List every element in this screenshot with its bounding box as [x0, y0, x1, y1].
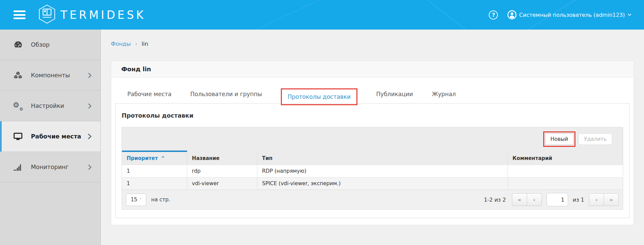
sidebar-item-label: Обзор [31, 41, 92, 48]
chevron-right-icon [88, 164, 92, 170]
cell-comment [508, 165, 623, 177]
protocols-table-block: Новый Удалить Приоритет^ [122, 127, 623, 210]
tab-workplaces[interactable]: Рабочие места [127, 91, 171, 97]
signal-icon [13, 163, 23, 171]
prev-page-button[interactable]: ‹ [527, 193, 542, 206]
cell-name: vdi-viewer [187, 177, 257, 190]
sidebar-item-workplaces[interactable]: Рабочие места [0, 121, 100, 152]
next-page-button[interactable]: › [589, 193, 604, 206]
user-label: Системный пользователь (admin123) [519, 12, 625, 18]
chevron-right-icon [87, 133, 92, 140]
breadcrumb: Фонды › lin [111, 41, 634, 47]
topbar-pattern-line [366, 0, 499, 30]
sidebar-item-settings[interactable]: ⚙⚙ Настройки [0, 91, 100, 121]
sidebar-item-monitoring[interactable]: Мониторинг [0, 152, 100, 182]
brand-wordmark: TERMIDESK [60, 8, 146, 22]
topbar: TERMIDESK ? Системный пользователь (admi… [0, 0, 644, 30]
column-header-priority[interactable]: Приоритет^ [122, 151, 187, 165]
sidebar-item-label: Мониторинг [31, 164, 88, 170]
annotation-box-new-button: Новый [543, 131, 576, 147]
cell-type: SPICE (vdi-viewer, эксперим.) [257, 177, 508, 190]
sidebar-item-label: Рабочие места [31, 133, 87, 140]
cell-priority: 1 [122, 177, 187, 190]
table-footer: 15 ˅ на стр. 1-2 из 2 « ‹ [122, 190, 623, 209]
cubes-icon [13, 71, 23, 79]
chevron-down-icon [628, 13, 632, 16]
gears-icon: ⚙⚙ [13, 101, 23, 110]
card-title: Фонд lin [111, 61, 634, 78]
help-icon[interactable]: ? [489, 10, 498, 19]
sidebar: Обзор Компоненты [0, 30, 101, 245]
user-avatar-icon [507, 10, 517, 19]
column-header-comment[interactable]: Комментарий [508, 151, 623, 165]
delete-button[interactable]: Удалить [578, 133, 612, 145]
tab-bar: Рабочие места Пользователи и группы Прот… [115, 85, 630, 103]
range-label: 1-2 из 2 [484, 197, 506, 203]
per-page-label: на стр. [151, 197, 170, 203]
sidebar-item-overview[interactable]: Обзор [0, 30, 100, 60]
cell-type: RDP (напрямую) [257, 165, 508, 177]
sidebar-item-label: Компоненты [31, 72, 88, 79]
sidebar-item-label: Настройки [31, 103, 88, 109]
dashboard-icon [13, 41, 23, 49]
monitor-icon [13, 132, 23, 140]
sort-asc-icon: ^ [161, 156, 165, 161]
breadcrumb-separator-icon: › [135, 41, 137, 47]
tab-publications[interactable]: Публикации [376, 91, 413, 97]
sidebar-item-components[interactable]: Компоненты [0, 60, 100, 91]
termidesk-logo-icon [38, 4, 56, 25]
tab-panel: Протоколы доставки Новый Удалить [115, 103, 630, 218]
column-header-name[interactable]: Название [187, 151, 257, 165]
breadcrumb-current: lin [142, 41, 148, 47]
page-number-input[interactable] [547, 193, 568, 206]
pagination: 1-2 из 2 « ‹ из 1 › » [484, 193, 619, 206]
protocols-table: Приоритет^ Название Тип Комментарий 1 [122, 151, 623, 190]
annotation-box-tab: Протоколы доставки [281, 88, 357, 105]
table-toolbar: Новый Удалить [122, 127, 623, 151]
table-row[interactable]: 1 rdp RDP (напрямую) [122, 165, 623, 177]
last-page-button[interactable]: » [604, 193, 619, 206]
tab-journal[interactable]: Журнал [432, 91, 456, 97]
column-header-type[interactable]: Тип [257, 151, 508, 165]
page-size-select[interactable]: 15 ˅ [126, 194, 146, 206]
user-menu[interactable]: Системный пользователь (admin123) [507, 10, 634, 19]
cell-priority: 1 [122, 165, 187, 177]
cell-comment [508, 177, 623, 190]
chevron-right-icon [88, 72, 92, 79]
menu-toggle-icon[interactable] [13, 9, 26, 21]
chevron-down-icon: ˅ [140, 198, 142, 202]
panel-title: Протоколы доставки [122, 112, 623, 119]
main-content: Фонды › lin Фонд lin Рабочие места Польз… [101, 30, 644, 245]
fond-card: Фонд lin Рабочие места Пользователи и гр… [111, 60, 634, 225]
topbar-pattern-line [184, 0, 367, 30]
total-pages-label: из 1 [573, 197, 584, 203]
breadcrumb-link-fonds[interactable]: Фонды [111, 41, 131, 47]
table-row[interactable]: 1 vdi-viewer SPICE (vdi-viewer, эксперим… [122, 177, 623, 190]
cell-name: rdp [187, 165, 257, 177]
new-button[interactable]: Новый [545, 133, 574, 145]
tab-delivery-protocols[interactable]: Протоколы доставки [288, 93, 351, 100]
first-page-button[interactable]: « [512, 193, 527, 206]
tab-users-groups[interactable]: Пользователи и группы [190, 91, 262, 97]
chevron-right-icon [88, 103, 92, 109]
